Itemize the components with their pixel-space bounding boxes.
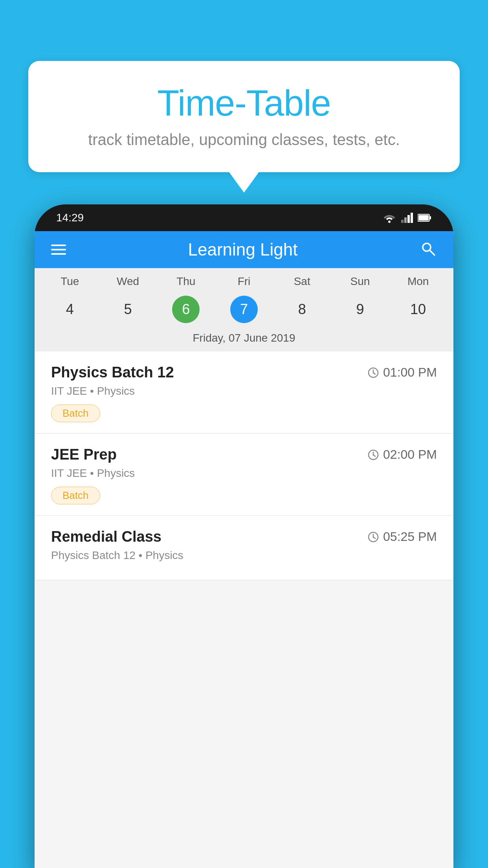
- page-subtitle: track timetable, upcoming classes, tests…: [52, 131, 436, 149]
- day-header-wed: Wed: [99, 275, 157, 292]
- calendar-date-label: Friday, 07 June 2019: [35, 327, 453, 351]
- day-header-thu: Thu: [157, 275, 215, 292]
- app-title: Learning Light: [188, 240, 298, 259]
- day-header-sat: Sat: [273, 275, 331, 292]
- speech-bubble: Time-Table track timetable, upcoming cla…: [28, 61, 460, 172]
- signal-icon: [401, 213, 413, 223]
- svg-rect-3: [407, 215, 410, 223]
- schedule-list: Physics Batch 1201:00 PMIIT JEE • Physic…: [35, 351, 453, 580]
- clock-icon: [367, 531, 379, 543]
- app-header: Learning Light: [35, 231, 453, 268]
- day-header-fri: Fri: [215, 275, 273, 292]
- day-numbers: 45678910: [35, 292, 453, 327]
- search-button[interactable]: [420, 240, 437, 259]
- clock-icon: [367, 367, 379, 379]
- svg-line-18: [373, 537, 375, 539]
- day-number-9[interactable]: 9: [331, 292, 389, 327]
- day-header-sun: Sun: [331, 275, 389, 292]
- hamburger-menu-button[interactable]: [51, 245, 66, 255]
- wifi-icon: [382, 213, 396, 223]
- day-headers: TueWedThuFriSatSunMon: [35, 275, 453, 292]
- schedule-item-0[interactable]: Physics Batch 1201:00 PMIIT JEE • Physic…: [35, 351, 453, 434]
- schedule-item-name-2: Remedial Class: [51, 528, 161, 545]
- status-icons: [382, 213, 432, 223]
- page-title: Time-Table: [52, 83, 436, 124]
- day-number-6[interactable]: 6: [157, 292, 215, 327]
- phone-screen: Learning Light TueWedThuFriSatSunMon 456…: [35, 231, 453, 868]
- day-number-7[interactable]: 7: [215, 292, 273, 327]
- schedule-item-sub-1: IIT JEE • Physics: [51, 467, 437, 480]
- schedule-item-1[interactable]: JEE Prep02:00 PMIIT JEE • PhysicsBatch: [35, 434, 453, 516]
- svg-rect-7: [418, 215, 429, 221]
- battery-icon: [418, 213, 432, 222]
- clock-icon: [367, 449, 379, 461]
- svg-rect-4: [411, 213, 413, 223]
- svg-rect-1: [401, 220, 404, 223]
- phone-frame: 14:29: [35, 204, 453, 868]
- schedule-item-2[interactable]: Remedial Class05:25 PMPhysics Batch 12 •…: [35, 516, 453, 580]
- calendar-strip: TueWedThuFriSatSunMon 45678910 Friday, 0…: [35, 268, 453, 351]
- schedule-item-time-2: 05:25 PM: [367, 530, 437, 544]
- status-time: 14:29: [56, 211, 84, 224]
- svg-rect-6: [429, 216, 431, 219]
- day-header-tue: Tue: [41, 275, 99, 292]
- day-number-5[interactable]: 5: [99, 292, 157, 327]
- schedule-item-name-1: JEE Prep: [51, 446, 117, 463]
- schedule-item-name-0: Physics Batch 12: [51, 364, 174, 381]
- day-number-8[interactable]: 8: [273, 292, 331, 327]
- svg-point-0: [388, 221, 391, 223]
- day-header-mon: Mon: [389, 275, 447, 292]
- schedule-item-time-0: 01:00 PM: [367, 365, 437, 380]
- batch-badge-0: Batch: [51, 405, 100, 422]
- svg-line-15: [373, 455, 375, 456]
- svg-line-12: [373, 373, 375, 374]
- svg-rect-2: [404, 217, 407, 223]
- day-number-4[interactable]: 4: [41, 292, 99, 327]
- status-bar: 14:29: [35, 204, 453, 231]
- schedule-item-sub-2: Physics Batch 12 • Physics: [51, 549, 437, 562]
- schedule-item-sub-0: IIT JEE • Physics: [51, 385, 437, 397]
- batch-badge-1: Batch: [51, 487, 100, 504]
- schedule-item-time-1: 02:00 PM: [367, 447, 437, 462]
- search-icon: [420, 240, 437, 257]
- day-number-10[interactable]: 10: [389, 292, 447, 327]
- svg-line-9: [430, 250, 435, 255]
